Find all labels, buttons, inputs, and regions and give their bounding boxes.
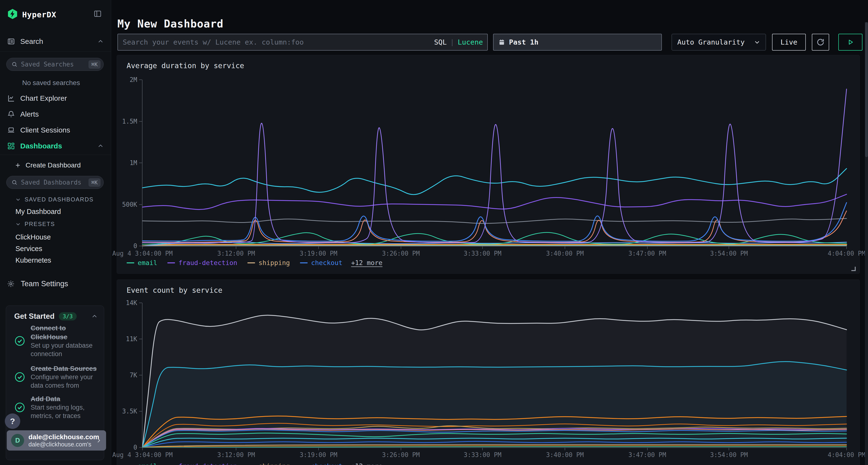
y-axis-tick xyxy=(139,163,142,163)
x-axis-label: 3:33:00 PM xyxy=(464,250,501,257)
sidebar-item-chart-explorer[interactable]: Chart Explorer xyxy=(0,93,111,104)
sidebar-item-search[interactable]: Search xyxy=(0,36,111,47)
check-circle-icon xyxy=(14,402,25,413)
x-axis-label: 3:12:00 PM xyxy=(217,250,255,257)
event-search-input[interactable] xyxy=(122,38,430,46)
y-axis-tick xyxy=(139,339,142,339)
saved-searches-input[interactable] xyxy=(21,61,86,68)
sidebar-item-my-dashboard[interactable]: My Dashboard xyxy=(16,208,61,215)
sidebar-item-label: Chart Explorer xyxy=(20,94,67,102)
search-icon xyxy=(11,61,18,67)
chevron-up-icon[interactable] xyxy=(97,143,104,149)
sidebar-item-clickhouse[interactable]: ClickHouse xyxy=(16,233,51,241)
x-axis-tick xyxy=(846,447,847,450)
get-started-item-text: Add Data Start sending logs, metrics, or… xyxy=(31,394,85,420)
x-axis-tick xyxy=(401,447,401,450)
get-started-item-connect[interactable]: Connect to ClickHouse Set up your databa… xyxy=(14,324,99,358)
sidebar-item-alerts[interactable]: Alerts xyxy=(0,108,111,120)
y-axis-label: 500K xyxy=(122,201,137,208)
x-axis-label: 4:04:00 PM xyxy=(828,250,866,257)
chart-panel-avg-duration: Average duration by service 2M1.5M1M500K… xyxy=(117,55,860,274)
y-axis-tick xyxy=(139,121,142,122)
y-axis-label: 0 xyxy=(133,242,137,250)
legend-item-checkout[interactable]: checkout xyxy=(300,462,342,465)
create-dashboard-button[interactable]: Create Dashboard xyxy=(0,160,111,171)
live-button[interactable]: Live xyxy=(772,34,806,51)
panel-resize-handle[interactable] xyxy=(851,267,856,271)
divider xyxy=(0,155,111,155)
sidebar-item-team-settings[interactable]: Team Settings xyxy=(0,277,111,290)
saved-dashboards-input[interactable] xyxy=(21,178,86,186)
sidebar-item-client-sessions[interactable]: Client Sessions xyxy=(0,124,111,136)
chart-legend: emailfraud-detectionshippingcheckout+12 … xyxy=(127,462,382,465)
refresh-button[interactable] xyxy=(812,34,829,51)
help-button[interactable]: ? xyxy=(5,413,20,429)
lucene-toggle[interactable]: Lucene xyxy=(458,38,483,46)
section-label: PRESETS xyxy=(25,221,55,227)
series-line-fraud-detection xyxy=(143,194,846,209)
x-axis-label: 3:47:00 PM xyxy=(628,451,666,459)
sidebar-item-label: Dashboards xyxy=(20,142,62,150)
task-subtitle: Set up your database xyxy=(31,341,93,350)
chart-plot-area: 14K11K7K3.5K0Aug 4 3:04:00 PM3:12:00 PM3… xyxy=(143,303,846,447)
x-axis-tick xyxy=(318,246,319,249)
series-line-other-6 xyxy=(143,169,846,195)
legend-swatch xyxy=(127,262,134,263)
legend-item-shipping[interactable]: shipping xyxy=(247,462,290,465)
shortcut-badge: ⌘K xyxy=(89,178,101,187)
legend-item-checkout[interactable]: checkout xyxy=(300,259,342,266)
run-query-button[interactable] xyxy=(838,34,863,51)
sidebar-item-services[interactable]: Services xyxy=(16,245,42,253)
x-axis-label: 3:19:00 PM xyxy=(300,451,338,459)
section-saved-dashboards[interactable]: SAVED DASHBOARDS xyxy=(16,196,94,203)
get-started-item-datasources[interactable]: Create Data Sources Configure where your… xyxy=(14,364,99,390)
sidebar-item-label: Alerts xyxy=(20,110,39,118)
sidebar-item-label: Search xyxy=(20,37,43,45)
legend-item-shipping[interactable]: shipping xyxy=(247,259,290,266)
hyperdx-app: HyperDX Search ⌘K No saved searches Char… xyxy=(0,0,868,465)
sidebar-item-dashboards[interactable]: Dashboards xyxy=(0,140,111,152)
x-axis-tick xyxy=(482,447,483,450)
legend-more-link[interactable]: +12 more xyxy=(351,462,382,465)
query-language-toggle: SQL | Lucene xyxy=(434,38,483,46)
check-circle-icon xyxy=(14,335,25,346)
calendar-icon xyxy=(498,39,505,45)
legend-item-email[interactable]: email xyxy=(127,259,157,266)
legend-item-email[interactable]: email xyxy=(127,462,157,465)
task-subtitle: Start sending logs, xyxy=(31,403,85,412)
get-started-item-add-data[interactable]: Add Data Start sending logs, metrics, or… xyxy=(14,394,99,420)
legend-item-fraud-detection[interactable]: fraud-detection xyxy=(167,462,237,465)
legend-swatch xyxy=(167,262,175,263)
x-axis-label: 3:33:00 PM xyxy=(464,451,501,459)
chart-title: Event count by service xyxy=(127,286,222,294)
gear-icon xyxy=(7,280,15,288)
time-range-picker[interactable]: Past 1h xyxy=(493,34,662,51)
user-menu[interactable]: D dale@clickhouse.com dale@clickhouse.co… xyxy=(7,430,106,451)
sql-toggle[interactable]: SQL xyxy=(434,38,446,46)
legend-item-fraud-detection[interactable]: fraud-detection xyxy=(167,259,237,266)
get-started-header[interactable]: Get Started 3/3 xyxy=(14,312,98,321)
scrollbar-thumb[interactable] xyxy=(865,22,868,157)
x-axis-tick xyxy=(236,246,236,249)
x-axis-tick xyxy=(846,246,847,249)
chevron-up-icon[interactable] xyxy=(97,38,104,44)
legend-label: shipping xyxy=(258,462,290,465)
task-subtitle: data comes from xyxy=(31,381,97,390)
shortcut-badge: ⌘K xyxy=(89,60,101,69)
chevron-up-icon[interactable] xyxy=(91,313,98,320)
sidebar-item-kubernetes[interactable]: Kubernetes xyxy=(16,256,51,264)
saved-dashboards-search[interactable]: ⌘K xyxy=(6,176,104,189)
avatar: D xyxy=(11,434,24,447)
saved-searches-search[interactable]: ⌘K xyxy=(6,58,104,71)
chart-title: Average duration by service xyxy=(127,61,244,70)
legend-more-link[interactable]: +12 more xyxy=(351,259,382,266)
section-presets[interactable]: PRESETS xyxy=(16,221,55,227)
chart-legend: emailfraud-detectionshippingcheckout+12 … xyxy=(127,259,382,266)
time-range-value: Past 1h xyxy=(509,38,538,46)
hyperdx-logo-icon xyxy=(7,9,18,19)
y-axis-label: 2M xyxy=(130,76,137,84)
granularity-dropdown[interactable]: Auto Granularity xyxy=(672,34,766,51)
sidebar-collapse-icon[interactable] xyxy=(94,10,102,18)
y-axis-label: 14K xyxy=(126,299,137,306)
x-axis-label: 3:19:00 PM xyxy=(300,250,338,257)
